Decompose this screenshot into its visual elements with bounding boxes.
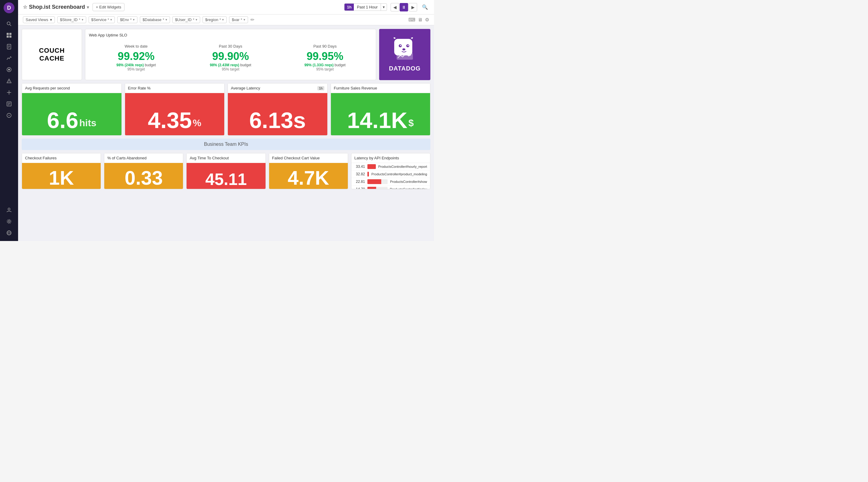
slo-budget-90d-pct: 99% (1.33G reqs) <box>304 63 334 67</box>
sidebar-item-alerts[interactable] <box>4 76 14 86</box>
slo-budget-week-pct: 98% (240k reqs) <box>116 63 144 67</box>
slo-pct-30d: 99.90% <box>186 51 275 62</box>
saved-views-dropdown[interactable]: Saved Views ▾ <box>23 16 55 23</box>
kpi-avg-requests-value: 6.6 <box>47 109 79 132</box>
latency-label-2: ProductsController#show <box>390 180 427 184</box>
filter-region-chevron-icon: ▾ <box>222 18 224 22</box>
filter-service[interactable]: $Service * ▾ <box>89 16 115 23</box>
nav-arrows: ◀ ⏸ ▶ <box>391 3 417 11</box>
slo-widget-title: Web App Uptime SLO <box>89 33 372 37</box>
filter-env-value: * <box>130 18 132 22</box>
sidebar-item-search[interactable] <box>4 19 14 29</box>
kpi-failed-checkout-value: 4.7K <box>288 168 329 188</box>
kpi-error-rate-title: Error Rate % <box>125 84 224 93</box>
time-badge: 1h <box>344 4 354 10</box>
sidebar-item-users[interactable] <box>4 205 14 215</box>
sidebar-item-metrics[interactable] <box>4 53 14 63</box>
sidebar-logo[interactable]: D <box>4 2 14 13</box>
svg-rect-4 <box>7 33 9 35</box>
slo-col-30d: Past 30 Days 99.90% 98% (2.43M reqs) bud… <box>183 41 278 74</box>
slo-period-90d: Past 90 Days <box>280 44 370 49</box>
time-chevron-icon[interactable]: ▾ <box>381 4 387 10</box>
kpi-avg-requests-unit: hits <box>79 118 96 129</box>
kpi-avg-latency: Average Latency 1h 6.13s <box>227 83 328 135</box>
kpi-furniture-revenue: Furniture Sales Revenue 14.1K $ <box>331 83 431 135</box>
filter-var-value: * <box>241 18 242 22</box>
sidebar-item-apm[interactable] <box>4 65 14 74</box>
svg-point-15 <box>9 82 9 83</box>
display-icon[interactable]: 🖥 <box>418 17 423 23</box>
slo-col-week: Week to date 99.92% 98% (240k reqs) budg… <box>89 41 183 74</box>
brand-widget: COUCH CACHE <box>22 29 82 80</box>
slo-pct-90d: 99.95% <box>280 51 370 62</box>
latency-rows: 33.41 ProductsController#hourly_report 3… <box>351 163 430 189</box>
slo-target-week: 95% target <box>91 67 181 71</box>
edit-widgets-button[interactable]: + Edit Widgets <box>93 3 124 11</box>
filter-region-value: * <box>219 18 221 22</box>
time-selector[interactable]: 1h Past 1 Hour ▾ <box>344 3 387 11</box>
topbar-title-area: ☆ Shop.ist Screenboard ▾ <box>23 4 89 10</box>
sidebar-item-notebook[interactable] <box>4 42 14 52</box>
filter-database-value: * <box>163 18 164 22</box>
slo-target-90d: 95% target <box>280 67 370 71</box>
filter-env-label: $Env <box>120 18 129 22</box>
latency-widget: Latency by API Endpoints 33.41 ProductsC… <box>351 153 430 189</box>
edit-filters-icon[interactable]: ✏ <box>250 17 254 23</box>
search-button[interactable]: 🔍 <box>421 3 429 11</box>
svg-text:D: D <box>7 5 11 11</box>
kpi-carts-abandoned-value: 0.33 <box>125 168 163 188</box>
keyboard-icon[interactable]: ⌨ <box>408 17 415 23</box>
kpi-failed-checkout-body: 4.7K <box>269 163 348 189</box>
filter-var[interactable]: $var * ▾ <box>229 16 248 23</box>
kpi-furniture-revenue-title: Furniture Sales Revenue <box>331 84 430 93</box>
filter-region[interactable]: $region * ▾ <box>203 16 227 23</box>
kpi-avg-requests-body: 6.6 hits <box>22 93 121 135</box>
nav-forward-button[interactable]: ▶ <box>409 3 417 11</box>
datadog-widget: DATADOG <box>379 29 430 80</box>
kpi-error-rate: Error Rate % 4.35 % <box>125 83 225 135</box>
slo-target-30d: 95% target <box>186 67 275 71</box>
sidebar-item-globe[interactable] <box>4 228 14 238</box>
sidebar-item-dashboard[interactable] <box>4 30 14 40</box>
filter-store-id[interactable]: $Store_ID * ▾ <box>57 16 86 23</box>
kpi-avg-latency-badge: 1h <box>317 86 324 90</box>
latency-bar-bg-0 <box>367 164 376 169</box>
filterbar-right: ⌨ 🖥 ⚙ <box>408 17 429 23</box>
sidebar-item-monitors[interactable] <box>4 110 14 120</box>
nav-pause-button[interactable]: ⏸ <box>400 3 408 11</box>
svg-point-24 <box>8 208 10 210</box>
kpi-checkout-failures-value: 1K <box>49 168 74 188</box>
filter-database-chevron-icon: ▾ <box>165 18 167 22</box>
svg-line-3 <box>10 25 11 26</box>
title-chevron-icon[interactable]: ▾ <box>87 5 89 10</box>
time-label: Past 1 Hour <box>354 4 381 10</box>
latency-val-1: 32.82 <box>354 172 365 176</box>
kpi-carts-abandoned: % of Carts Abandoned 0.33 <box>104 153 183 189</box>
kpi-furniture-revenue-body: 14.1K $ <box>331 93 430 135</box>
nav-back-button[interactable]: ◀ <box>391 3 399 11</box>
sidebar-item-settings[interactable] <box>4 217 14 226</box>
latency-row-0: 33.41 ProductsController#hourly_report <box>351 163 430 170</box>
filter-user-id-label: $User_ID <box>175 18 192 22</box>
slo-period-week: Week to date <box>91 44 181 49</box>
svg-point-13 <box>8 69 10 70</box>
svg-point-34 <box>407 45 409 46</box>
filter-database[interactable]: $Database * ▾ <box>140 16 170 23</box>
filter-env[interactable]: $Env * ▾ <box>117 16 137 23</box>
favorite-star-icon[interactable]: ☆ <box>23 4 27 10</box>
latency-label-1: ProductsController#product_modeling <box>371 172 427 176</box>
slo-period-30d: Past 30 Days <box>186 44 275 49</box>
settings-icon[interactable]: ⚙ <box>425 17 429 23</box>
topbar: ☆ Shop.ist Screenboard ▾ + Edit Widgets … <box>18 0 434 14</box>
kpi-checkout-failures-body: 1K <box>22 163 101 189</box>
sidebar-item-logs[interactable] <box>4 99 14 109</box>
kpi-avg-time-checkout-title: Avg Time To Checkout <box>187 153 265 163</box>
filter-service-value: * <box>107 18 109 22</box>
sidebar-item-integrations[interactable] <box>4 88 14 97</box>
kpi-furniture-revenue-value: 14.1K <box>347 109 407 132</box>
latency-bar-3 <box>367 187 376 189</box>
brand-text: COUCH CACHE <box>26 47 78 62</box>
saved-views-chevron-icon: ▾ <box>50 18 52 22</box>
filter-user-id[interactable]: $User_ID * ▾ <box>173 16 200 23</box>
svg-rect-5 <box>9 33 11 35</box>
